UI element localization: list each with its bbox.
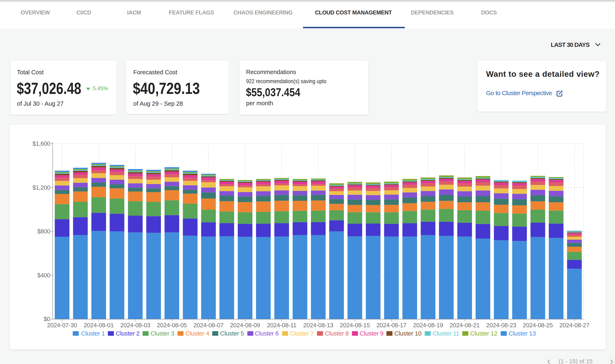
svg-text:Cluster 5: Cluster 5 — [220, 330, 244, 337]
svg-text:Cluster 1: Cluster 1 — [81, 330, 105, 337]
svg-text:2024-08-17: 2024-08-17 — [377, 322, 406, 328]
svg-text:Cluster 11: Cluster 11 — [433, 330, 459, 337]
svg-text:Cluster 6: Cluster 6 — [255, 330, 279, 337]
svg-text:$800: $800 — [37, 228, 50, 235]
svg-text:2024-08-07: 2024-08-07 — [194, 322, 224, 328]
svg-text:2024-07-30: 2024-07-30 — [47, 322, 77, 328]
svg-text:Cluster 8: Cluster 8 — [325, 330, 349, 337]
svg-text:Cluster 13: Cluster 13 — [509, 330, 536, 337]
svg-text:2024-08-03: 2024-08-03 — [120, 322, 150, 328]
svg-text:2024-08-11: 2024-08-11 — [267, 322, 296, 328]
svg-text:Cluster 4: Cluster 4 — [185, 330, 209, 337]
svg-text:2024-08-01: 2024-08-01 — [84, 322, 114, 328]
svg-text:Cluster 2: Cluster 2 — [116, 330, 140, 337]
svg-text:$0: $0 — [44, 316, 50, 322]
svg-text:Cluster 3: Cluster 3 — [151, 330, 174, 337]
svg-text:2024-08-15: 2024-08-15 — [340, 322, 370, 328]
svg-text:Cluster 9: Cluster 9 — [360, 330, 384, 337]
svg-text:2024-08-13: 2024-08-13 — [303, 322, 333, 328]
svg-text:$1,600: $1,600 — [32, 140, 50, 147]
svg-text:2024-08-25: 2024-08-25 — [523, 322, 553, 328]
svg-text:2024-08-23: 2024-08-23 — [486, 322, 516, 328]
svg-text:$1,200: $1,200 — [32, 184, 50, 191]
svg-text:Cluster 10: Cluster 10 — [394, 330, 421, 337]
svg-text:2024-08-05: 2024-08-05 — [157, 322, 187, 328]
svg-text:2024-08-19: 2024-08-19 — [413, 322, 443, 328]
svg-text:Cluster 7: Cluster 7 — [290, 330, 314, 337]
svg-text:$400: $400 — [37, 272, 50, 279]
svg-text:2024-08-09: 2024-08-09 — [230, 322, 260, 328]
svg-text:Cluster 12: Cluster 12 — [470, 330, 497, 337]
svg-text:2024-08-27: 2024-08-27 — [559, 322, 589, 328]
svg-text:2024-08-21: 2024-08-21 — [450, 322, 480, 328]
